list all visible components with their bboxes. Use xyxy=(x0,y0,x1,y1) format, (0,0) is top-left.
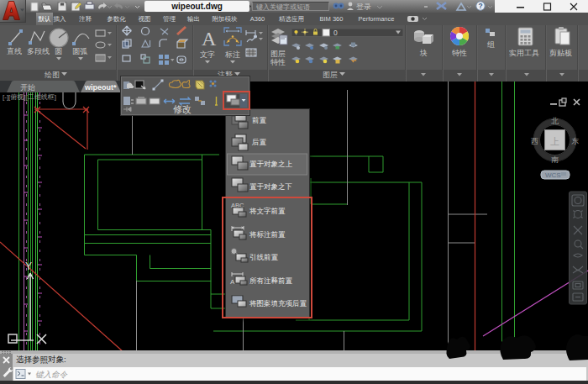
svg-text:东: 东 xyxy=(571,137,580,145)
svg-text:A: A xyxy=(202,28,217,50)
svg-text:特性: 特性 xyxy=(270,58,286,66)
svg-text:置于对象之下: 置于对象之下 xyxy=(249,182,292,191)
svg-text:特性: 特性 xyxy=(452,49,467,57)
svg-text:登录: 登录 xyxy=(356,3,371,11)
svg-text:块: 块 xyxy=(419,49,428,57)
svg-text:图层: 图层 xyxy=(323,71,338,79)
svg-text:直线: 直线 xyxy=(7,47,22,55)
svg-text:上: 上 xyxy=(550,136,559,146)
svg-text:北: 北 xyxy=(551,117,559,125)
svg-text:修改: 修改 xyxy=(173,104,192,114)
svg-text:西: 西 xyxy=(531,137,538,145)
svg-text:[-][俯视][二维线框]: [-][俯视][二维线框] xyxy=(3,93,56,101)
svg-text:南: 南 xyxy=(551,155,559,164)
svg-text:wipeout*: wipeout* xyxy=(84,83,117,92)
svg-text:WCS: WCS xyxy=(545,171,561,179)
svg-text:组: 组 xyxy=(487,40,495,49)
svg-text:Y: Y xyxy=(25,260,32,272)
svg-text:剪贴板: 剪贴板 xyxy=(549,49,572,57)
svg-text:图层: 图层 xyxy=(270,50,286,58)
svg-text:圆弧: 圆弧 xyxy=(72,47,87,55)
svg-text:实用工具: 实用工具 xyxy=(509,49,539,57)
svg-text:标注: 标注 xyxy=(224,50,240,59)
svg-text:?: ? xyxy=(479,2,483,10)
svg-text:后置: 后置 xyxy=(252,138,267,146)
svg-text:0: 0 xyxy=(333,29,338,37)
svg-text:开始: 开始 xyxy=(20,83,35,92)
svg-text:多段线: 多段线 xyxy=(27,47,50,55)
svg-text:绘图: 绘图 xyxy=(45,71,60,79)
svg-text:文字: 文字 xyxy=(200,50,215,59)
svg-text:置于对象之上: 置于对象之上 xyxy=(249,160,293,168)
svg-text:圆: 圆 xyxy=(55,47,62,55)
svg-text:前置: 前置 xyxy=(252,116,267,124)
svg-text:键入命令: 键入命令 xyxy=(35,370,68,379)
